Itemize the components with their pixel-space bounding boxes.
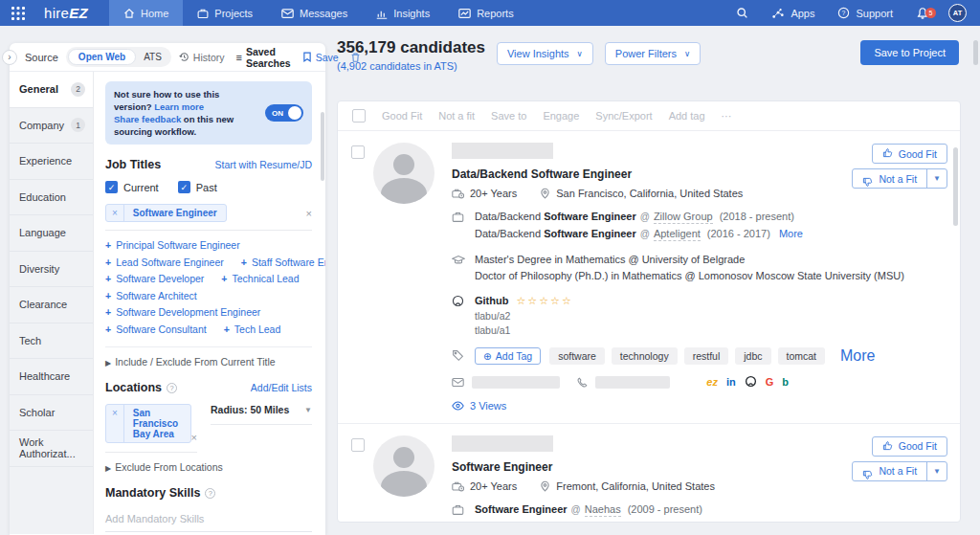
category-experience[interactable]: Experience <box>10 144 93 180</box>
help-icon[interactable]: ? <box>167 383 177 393</box>
help-icon[interactable]: ? <box>205 488 215 499</box>
more-tags-link[interactable]: More <box>840 347 875 365</box>
source-option-ats[interactable]: ATS <box>136 50 169 64</box>
exclude-locations-toggle[interactable]: ▶Exclude From Locations <box>105 461 312 473</box>
good-fit-button[interactable]: Good Fit <box>872 436 947 457</box>
nav-tab-insights[interactable]: Insights <box>362 0 444 26</box>
job-title-suggestion[interactable]: +Staff Software Engineer <box>241 255 325 272</box>
toolbar-engage[interactable]: Engage <box>543 110 579 122</box>
google-icon[interactable]: G <box>766 376 774 388</box>
workflow-toggle[interactable]: ON <box>265 104 303 122</box>
toolbar-not-a-fit[interactable]: Not a fit <box>438 110 475 122</box>
bing-icon[interactable]: b <box>782 376 789 388</box>
share-feedback-link[interactable]: Share feedback <box>114 114 181 124</box>
not-a-fit-button[interactable]: Not a Fit ▼ <box>852 168 947 189</box>
category-general[interactable]: General2 <box>10 72 93 108</box>
view-insights-button[interactable]: View Insights∨ <box>497 42 593 65</box>
toolbar-more[interactable]: ⋯ <box>722 110 732 123</box>
user-avatar[interactable]: AT <box>948 4 967 22</box>
checkbox-past[interactable]: ✓Past <box>178 181 217 193</box>
tag-chip[interactable]: software <box>549 347 605 365</box>
add-tag-button[interactable]: ⊕Add Tag <box>475 347 541 365</box>
not-a-fit-dropdown[interactable]: ▼ <box>926 169 947 188</box>
job-title-suggestion[interactable]: +Principal Software Engineer <box>105 237 240 255</box>
saved-searches-button[interactable]: ≡ Saved Searches <box>236 46 291 69</box>
chip-remove-icon[interactable]: × <box>106 405 124 442</box>
tag-chip[interactable]: tomcat <box>778 347 826 365</box>
nav-support[interactable]: ? Support <box>828 7 902 19</box>
location-chip[interactable]: ×San Francisco Bay Area <box>105 404 191 443</box>
category-healthcare[interactable]: Healthcare <box>10 359 93 395</box>
toolbar-save-to[interactable]: Save to <box>491 110 526 122</box>
job-title-input-row[interactable]: ×Software Engineer × <box>105 204 312 231</box>
github-repo[interactable]: tlabu/a1 <box>475 323 573 338</box>
tag-chip[interactable]: technology <box>612 347 678 365</box>
more-jobs-link[interactable]: More <box>779 228 803 239</box>
tag-chip[interactable]: restful <box>684 347 729 365</box>
job-title-suggestion[interactable]: +Software Developer <box>105 271 204 288</box>
save-to-project-button[interactable]: Save to Project <box>860 40 959 65</box>
company-link[interactable]: Apteligent <box>654 228 701 241</box>
nav-tab-reports[interactable]: Reports <box>444 0 528 26</box>
job-title-chip[interactable]: ×Software Engineer <box>105 204 227 222</box>
source-option-open-web[interactable]: Open Web <box>68 49 136 65</box>
app-grid-icon[interactable] <box>0 0 36 26</box>
radius-dropdown[interactable]: Radius: 50 Miles ▼ <box>211 404 312 425</box>
history-button[interactable]: History <box>179 52 225 63</box>
not-a-fit-button[interactable]: Not a Fit ▼ <box>852 461 947 481</box>
job-title-suggestion[interactable]: +Software Architect <box>105 288 197 305</box>
candidate-checkbox[interactable] <box>351 438 365 452</box>
mandatory-skills-input[interactable]: Add Mandatory Skills <box>105 508 312 532</box>
job-title-suggestion[interactable]: +Tech Lead <box>224 322 281 339</box>
hireez-icon[interactable]: ez <box>706 376 718 388</box>
category-diversity[interactable]: Diversity <box>10 252 93 288</box>
not-a-fit-dropdown[interactable]: ▼ <box>926 462 947 480</box>
job-title-suggestion[interactable]: +Software Development Engineer <box>105 304 260 322</box>
candidate-checkbox[interactable] <box>351 145 365 159</box>
power-filters-button[interactable]: Power Filters∨ <box>605 42 701 65</box>
hireez-logo[interactable]: hireEZ <box>44 0 88 26</box>
category-language[interactable]: Language <box>10 215 93 252</box>
nav-apps[interactable]: Apps <box>762 8 824 19</box>
nav-tab-messages[interactable]: Messages <box>267 0 362 26</box>
include-exclude-title-toggle[interactable]: ▶Include / Exclude From Current Title <box>105 346 312 368</box>
save-search-button[interactable]: Save <box>302 52 339 63</box>
category-tech[interactable]: Tech <box>10 323 93 360</box>
list-scrollbar[interactable] <box>953 147 958 226</box>
ats-count[interactable]: (4,902 candidates in ATS) <box>337 60 485 72</box>
nav-tab-projects[interactable]: Projects <box>183 0 267 26</box>
company-link[interactable]: Naehas <box>585 503 621 517</box>
location-input[interactable]: ×San Francisco Bay Area × <box>105 404 197 453</box>
add-edit-lists-link[interactable]: Add/Edit Lists <box>251 382 312 393</box>
page-scrollbar[interactable] <box>973 40 978 65</box>
github-repo[interactable]: tlabu/a2 <box>475 309 573 323</box>
job-title-suggestion[interactable]: +Technical Lead <box>221 271 299 288</box>
checkbox-current[interactable]: ✓Current <box>105 181 159 193</box>
tag-chip[interactable]: jdbc <box>735 347 770 365</box>
toolbar-good-fit[interactable]: Good Fit <box>382 110 422 122</box>
clear-location-icon[interactable]: × <box>191 432 197 443</box>
category-scholar[interactable]: Scholar <box>10 395 93 432</box>
company-link[interactable]: Zillow Group <box>654 211 713 224</box>
company-link[interactable]: RSA (Security Division of EMC) <box>585 520 731 523</box>
learn-more-link[interactable]: Learn more <box>154 101 204 112</box>
start-with-resume-link[interactable]: Start with Resume/JD <box>214 159 312 170</box>
github-icon[interactable] <box>745 375 757 390</box>
linkedin-icon[interactable]: in <box>726 376 736 388</box>
job-title-suggestion[interactable]: +Lead Software Engineer <box>105 255 224 272</box>
panel-collapse-button[interactable]: › <box>2 50 17 65</box>
chip-remove-icon[interactable]: × <box>106 205 124 221</box>
notifications-bell[interactable]: 5 <box>906 7 939 20</box>
more-jobs-link[interactable]: More <box>821 520 845 523</box>
nav-tab-home[interactable]: Home <box>109 0 183 26</box>
toolbar-sync-export[interactable]: Sync/Export <box>595 110 652 122</box>
category-company[interactable]: Company1 <box>10 108 93 145</box>
good-fit-button[interactable]: Good Fit <box>872 144 947 164</box>
category-education[interactable]: Education <box>10 180 93 216</box>
category-work-authorization[interactable]: Work Authorizat... <box>10 431 93 467</box>
clear-job-titles-icon[interactable]: × <box>306 208 312 219</box>
search-icon[interactable] <box>726 7 758 19</box>
category-clearance[interactable]: Clearance <box>10 287 93 323</box>
job-title-suggestion[interactable]: +Software Consultant <box>105 322 207 339</box>
toolbar-add-tag[interactable]: Add tag <box>669 110 705 122</box>
